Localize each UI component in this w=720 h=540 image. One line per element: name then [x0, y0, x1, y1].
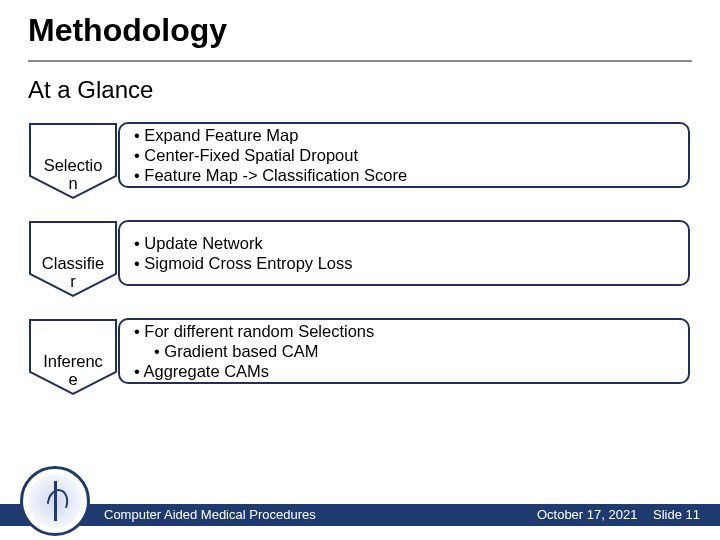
chevron-shape: Selectio n: [28, 122, 118, 200]
footer-date: October 17, 2021: [537, 507, 637, 522]
bullet: • Expand Feature Map: [134, 125, 676, 145]
chevron-shape: Inferenc e: [28, 318, 118, 396]
bullet: • Center-Fixed Spatial Dropout: [134, 145, 676, 165]
card: • Expand Feature Map • Center-Fixed Spat…: [118, 122, 690, 188]
footer: Computer Aided Medical Procedures Octobe…: [0, 486, 720, 540]
bullet: • Sigmoid Cross Entropy Loss: [134, 253, 676, 273]
card: • Update Network • Sigmoid Cross Entropy…: [118, 220, 690, 286]
camp-logo: [20, 466, 90, 536]
chevron-shape: Classifie r: [28, 220, 118, 298]
chevron-label: Inferenc e: [28, 352, 118, 388]
footer-right: October 17, 2021 Slide 11: [537, 507, 700, 522]
bullet: • Feature Map -> Classification Score: [134, 165, 676, 185]
caduceus-icon: [28, 474, 82, 528]
row-classifier: Classifie r • Update Network • Sigmoid C…: [28, 220, 692, 298]
slide: Methodology At a Glance Selectio n • Exp…: [0, 0, 720, 540]
page-subtitle: At a Glance: [28, 76, 153, 104]
bullet: • Aggregate CAMs: [134, 361, 676, 381]
chevron-label: Classifie r: [28, 254, 118, 290]
row-selection: Selectio n • Expand Feature Map • Center…: [28, 122, 692, 200]
chevron-label: Selectio n: [28, 156, 118, 192]
bullet: • Gradient based CAM: [134, 341, 676, 361]
card: • For different random Selections • Grad…: [118, 318, 690, 384]
bullet: • For different random Selections: [134, 321, 676, 341]
row-inference: Inferenc e • For different random Select…: [28, 318, 692, 396]
bullet: • Update Network: [134, 233, 676, 253]
title-divider: [28, 60, 692, 62]
page-title: Methodology: [28, 12, 227, 49]
footer-slide-number: Slide 11: [653, 507, 700, 522]
footer-left-text: Computer Aided Medical Procedures: [104, 507, 316, 522]
